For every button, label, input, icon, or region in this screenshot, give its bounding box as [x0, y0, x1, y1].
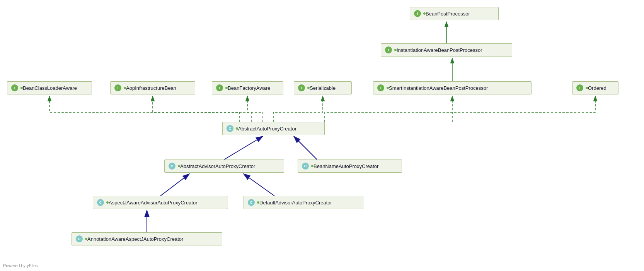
class-icon: C	[227, 125, 233, 132]
node-smartinstantiationawarebeanpostprocessor[interactable]: ISmartInstantiationAwareBeanPostProcesso…	[373, 81, 532, 94]
interface-icon: I	[576, 84, 583, 91]
node-label-defaultadvisorautoproxycreator: DefaultAdvisorAutoProxyCreator	[259, 200, 332, 206]
interface-icon: I	[414, 10, 421, 17]
node-label-aspectjawareadvisorautoproxycreator: AspectJAwareAdvisorAutoProxyCreator	[109, 200, 198, 206]
node-abstractautoproxycreator[interactable]: CAbstractAutoProxyCreator	[222, 122, 325, 135]
interface-icon: I	[298, 84, 305, 91]
node-beanfactoryaware[interactable]: IBeanFactoryAware	[212, 81, 283, 94]
svg-line-9	[244, 174, 274, 196]
node-abstractadvisorautoproxycreator[interactable]: CAbstractAdvisorAutoProxyCreator	[164, 160, 284, 173]
arrows-svg	[0, 0, 644, 271]
node-ordered[interactable]: IOrdered	[572, 81, 618, 94]
svg-line-7	[294, 136, 317, 160]
node-label-aopinfrastructurebean: AopInfrastructureBean	[126, 85, 176, 91]
class-icon: C	[169, 163, 175, 170]
interface-icon: I	[216, 84, 223, 91]
node-instantiationawarebeanpostprocessor[interactable]: IInstantiationAwareBeanPostProcessor	[381, 43, 512, 57]
node-label-serializable: Serializable	[310, 85, 336, 91]
node-serializable[interactable]: ISerializable	[294, 81, 352, 94]
node-label-instantiationawarebeanpostprocessor: InstantiationAwareBeanPostProcessor	[397, 47, 482, 53]
node-label-smartinstantiationawarebeanpostprocessor: SmartInstantiationAwareBeanPostProcessor	[389, 85, 488, 91]
class-icon: C	[76, 235, 83, 242]
diagram-container: IBeanPostProcessorIInstantiationAwareBea…	[0, 0, 644, 271]
node-defaultadvisorautoproxycreator[interactable]: CDefaultAdvisorAutoProxyCreator	[244, 196, 363, 209]
node-label-beannameautoproxycreator: BeanNameAutoProxyCreator	[313, 163, 378, 169]
node-beannameautoproxycreator[interactable]: CBeanNameAutoProxyCreator	[298, 160, 402, 173]
node-label-beanpostprocessor: BeanPostProcessor	[426, 11, 470, 17]
node-annotationawareaspectjautoproxycreator[interactable]: CAnnotationAwareAspectJAutoProxyCreator	[72, 232, 222, 245]
powered-by-label: Powered by yFiles	[3, 263, 38, 268]
node-beanclassloaderaware[interactable]: IBeanClassLoaderAware	[7, 81, 92, 94]
interface-icon: I	[385, 46, 392, 53]
class-icon: C	[302, 163, 309, 170]
node-label-annotationawareaspectjautoproxycreator: AnnotationAwareAspectJAutoProxyCreator	[87, 236, 183, 242]
node-label-abstractadvisorautoproxycreator: AbstractAdvisorAutoProxyCreator	[180, 163, 255, 169]
node-label-beanfactoryaware: BeanFactoryAware	[228, 85, 270, 91]
svg-line-8	[160, 174, 189, 196]
node-label-abstractautoproxycreator: AbstractAutoProxyCreator	[238, 126, 296, 132]
class-icon: C	[97, 199, 104, 206]
node-aopinfrastructurebean[interactable]: IAopInfrastructureBean	[110, 81, 195, 94]
interface-icon: I	[377, 84, 384, 91]
interface-icon: I	[114, 84, 121, 91]
interface-icon: I	[11, 84, 18, 91]
node-beanpostprocessor[interactable]: IBeanPostProcessor	[410, 7, 499, 20]
class-icon: C	[248, 199, 255, 206]
node-aspectjawareadvisorautoproxycreator[interactable]: CAspectJAwareAdvisorAutoProxyCreator	[93, 196, 228, 209]
svg-line-6	[224, 136, 263, 160]
node-label-beanclassloaderaware: BeanClassLoaderAware	[23, 85, 77, 91]
node-label-ordered: Ordered	[588, 85, 607, 91]
